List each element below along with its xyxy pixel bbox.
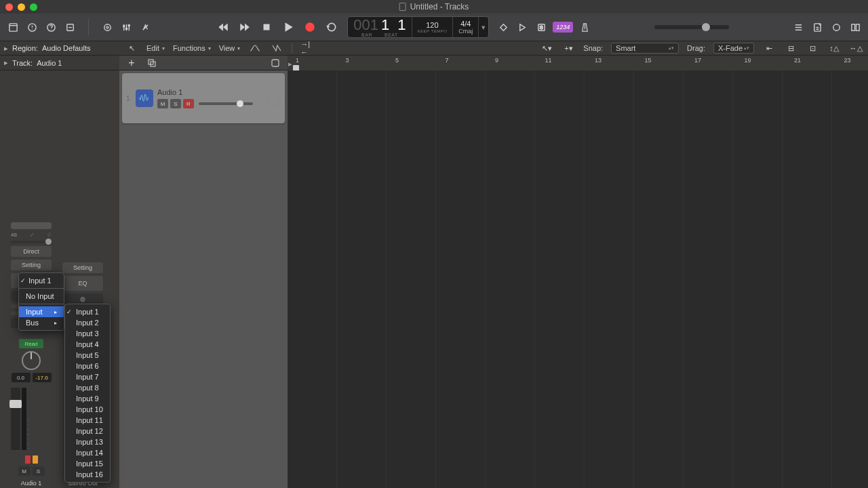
menu-item-input-11[interactable]: Input 11 — [65, 415, 110, 426]
metronome-button[interactable] — [577, 20, 592, 35]
zoom-vertical-icon[interactable]: ⊟ — [784, 41, 797, 55]
toolbar-button[interactable] — [62, 20, 77, 35]
media-button[interactable] — [848, 20, 863, 35]
menu-item-input-15[interactable]: Input 15 — [65, 458, 110, 469]
menu-item-input-submenu[interactable]: Input — [19, 306, 64, 317]
rewind-button[interactable] — [214, 18, 232, 36]
region-value[interactable]: Audio Defaults — [42, 44, 91, 52]
menu-item-input-4[interactable]: Input 4 — [65, 339, 110, 350]
region-disclosure-icon[interactable]: ▸ — [4, 44, 8, 53]
direct-slot[interactable]: Direct — [11, 246, 52, 257]
menu-item-input-14[interactable]: Input 14 — [65, 447, 110, 458]
track-value[interactable]: Audio 1 — [37, 59, 62, 67]
snap-dropdown[interactable]: Smart — [611, 43, 679, 54]
menu-item-input-13[interactable]: Input 13 — [65, 436, 110, 447]
menu-item-input-5[interactable]: Input 5 — [65, 350, 110, 361]
menu-item-input-12[interactable]: Input 12 — [65, 426, 110, 436]
library-button[interactable] — [5, 20, 20, 35]
pan-knob[interactable] — [22, 351, 41, 370]
input-list-submenu[interactable]: Input 1Input 2Input 3Input 4Input 5Input… — [64, 304, 111, 483]
mixer-button[interactable] — [119, 20, 134, 35]
inspector-button[interactable] — [24, 20, 39, 35]
stop-button[interactable] — [258, 18, 275, 36]
menu-item-input-9[interactable]: Input 9 — [65, 393, 110, 404]
input-context-menu[interactable]: Input 1 No Input Input Bus — [18, 272, 64, 331]
close-window-button[interactable] — [5, 3, 13, 11]
setting-slot[interactable]: Setting — [11, 260, 52, 270]
input-monitor-indicator[interactable] — [33, 455, 38, 464]
track-mute-button[interactable]: M — [157, 99, 168, 108]
eq-slot-2[interactable]: EQ — [62, 276, 103, 291]
track-list: 1 Audio 1 M S R — [119, 70, 288, 488]
track-row[interactable]: 1 Audio 1 M S R — [122, 73, 285, 123]
menu-item-input-3[interactable]: Input 3 — [65, 328, 110, 339]
lcd-bars-dim: 001 — [353, 18, 378, 33]
track-record-button[interactable]: R — [183, 99, 194, 108]
add-track-button[interactable]: + — [125, 56, 138, 70]
track-pan-knob[interactable] — [266, 91, 281, 106]
automation-curve-icon[interactable] — [248, 41, 262, 55]
view-menu[interactable]: View — [219, 44, 241, 52]
zoom-fit-icon[interactable]: ⊡ — [806, 41, 819, 55]
volume-fader[interactable] — [11, 388, 20, 450]
catch-playhead-icon[interactable]: →|← — [300, 41, 314, 55]
visibility-slot[interactable]: ◎ — [62, 293, 103, 304]
duplicate-track-button[interactable] — [145, 56, 159, 70]
pointer-tool-icon[interactable]: ↖ — [125, 41, 138, 55]
replace-button[interactable] — [496, 20, 511, 35]
lcd-display[interactable]: 001 1 1 BAR BEAT 120 KEEP TEMPO 4/4 Cmaj… — [347, 16, 489, 38]
menu-item-input-8[interactable]: Input 8 — [65, 382, 110, 393]
track-volume-slider[interactable] — [199, 102, 253, 105]
arrange-area[interactable] — [288, 70, 868, 488]
play-button[interactable] — [279, 18, 297, 36]
drag-dropdown[interactable]: X-Fade — [713, 43, 754, 54]
timeline-ruler[interactable]: 1357911131517192123 — [293, 56, 868, 71]
record-enable-indicator[interactable] — [25, 455, 31, 464]
marquee-tool[interactable]: +▾ — [561, 41, 575, 55]
smart-controls-button[interactable] — [100, 20, 115, 35]
mute-button[interactable]: M — [18, 466, 31, 476]
global-tracks-button[interactable] — [269, 56, 282, 70]
cursor-tool[interactable]: ↖▾ — [540, 41, 553, 55]
solo-button[interactable]: S — [534, 20, 549, 35]
nudge-left-icon[interactable]: ⇤ — [762, 41, 776, 55]
menu-item-input-6[interactable]: Input 6 — [65, 361, 110, 371]
ruler-handle[interactable]: ▸ — [288, 56, 293, 72]
count-in-button[interactable]: 1234 — [553, 22, 573, 33]
solo-channel-button[interactable]: S — [33, 466, 45, 476]
editors-button[interactable] — [138, 20, 153, 35]
track-name[interactable]: Audio 1 — [157, 88, 262, 96]
gain-reduction-slot — [11, 222, 52, 229]
menu-item-bus-submenu[interactable]: Bus — [19, 317, 64, 328]
master-volume-slider[interactable] — [654, 25, 729, 29]
menu-item-input-10[interactable]: Input 10 — [65, 404, 110, 415]
flex-icon[interactable] — [270, 41, 283, 55]
menu-item-input-16[interactable]: Input 16 — [65, 469, 110, 480]
vert-zoom-slider-icon[interactable]: ↕△ — [827, 41, 841, 55]
ruler-number: 17 — [694, 57, 701, 64]
edit-menu[interactable]: Edit — [146, 44, 165, 52]
menu-item-input-2[interactable]: Input 2 — [65, 317, 110, 328]
track-solo-button[interactable]: S — [170, 99, 181, 108]
record-button[interactable] — [301, 18, 319, 36]
input-gain-slider[interactable] — [11, 241, 52, 243]
cycle-button[interactable] — [323, 18, 340, 36]
track-disclosure-icon[interactable]: ▸ — [4, 58, 8, 67]
autopunch-button[interactable] — [515, 20, 530, 35]
help-button[interactable] — [43, 20, 58, 35]
menu-item-no-input[interactable]: No Input — [19, 291, 64, 302]
menu-item-input-1[interactable]: Input 1 — [65, 306, 110, 317]
list-editors-button[interactable] — [791, 20, 806, 35]
setting-slot-2[interactable]: Setting — [62, 262, 103, 273]
functions-menu[interactable]: Functions — [173, 44, 211, 52]
svg-rect-19 — [272, 60, 279, 66]
notepad-button[interactable] — [810, 20, 825, 35]
horiz-zoom-slider-icon[interactable]: ↔△ — [849, 41, 863, 55]
automation-read-button[interactable]: Read — [19, 339, 43, 348]
zoom-window-button[interactable] — [30, 3, 37, 11]
loops-button[interactable] — [829, 20, 844, 35]
menu-item-current-input[interactable]: Input 1 — [19, 275, 64, 286]
forward-button[interactable] — [236, 18, 254, 36]
menu-item-input-7[interactable]: Input 7 — [65, 371, 110, 382]
minimize-window-button[interactable] — [18, 3, 25, 11]
